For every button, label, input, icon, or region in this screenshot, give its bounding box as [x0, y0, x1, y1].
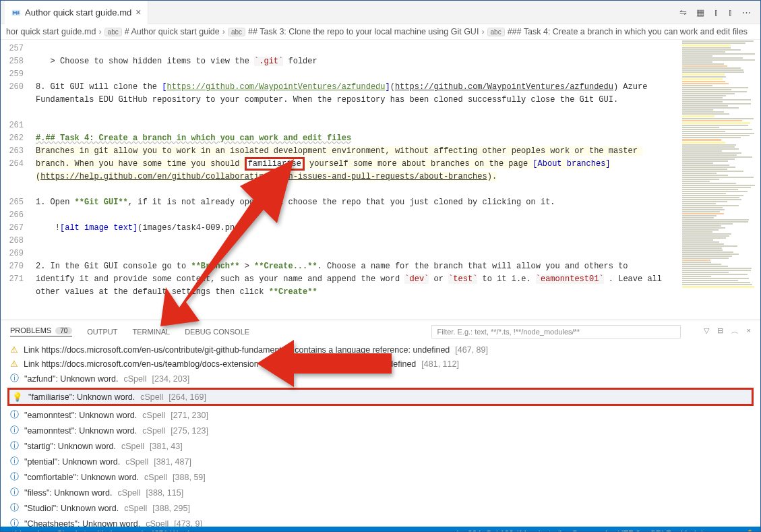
code-line[interactable]: 8. Git GUI will clone the [https://githu…	[36, 81, 666, 107]
problem-row[interactable]: ⓘ"Cheatsheets": Unknown word. cSpell [47…	[1, 516, 760, 527]
problem-message: "azfund": Unknown word.	[24, 374, 119, 384]
bulb-icon: 💡	[12, 392, 23, 402]
code-line[interactable]	[36, 119, 666, 132]
status-cursor[interactable]: Ln 264, Col 180 (11 selected)	[456, 529, 562, 532]
problem-row[interactable]: ⓘ"ptential": Unknown word. cSpell [381, …	[1, 454, 760, 469]
code-line[interactable]: Branches in git allow you to work in an …	[36, 145, 666, 183]
code-line[interactable]	[36, 183, 666, 196]
problem-source: cSpell	[125, 457, 148, 467]
line-numbers: 2572582592602612622632642652662672682692…	[1, 40, 36, 320]
code-line[interactable]: 2. In the Git GUI console go to **Branch…	[36, 260, 666, 299]
chevron-right-icon: ›	[98, 27, 101, 36]
code-line[interactable]	[36, 107, 666, 119]
problem-position: [381, 43]	[150, 442, 183, 451]
problem-row[interactable]: 💡"familiarise": Unknown word. cSpell [26…	[7, 388, 754, 406]
md-badge-icon: abc	[487, 28, 505, 36]
code-line[interactable]	[36, 68, 666, 81]
md-badge-icon: abc	[228, 28, 245, 36]
code-line[interactable]: #.## Task 4: Create a branch in which yo…	[36, 132, 666, 145]
problems-filter-input[interactable]: Filter. E.g.: text, **/*.ts, !**/node_mo…	[431, 325, 681, 338]
problem-row[interactable]: ⓘ"eamonntest": Unknown word. cSpell [271…	[1, 407, 760, 423]
collapse-icon[interactable]: ⊟	[717, 326, 723, 336]
problem-position: [388, 59]	[173, 473, 206, 482]
info-icon: ⓘ	[10, 425, 19, 436]
problem-message: "startig": Unknown word.	[24, 442, 116, 451]
info-icon: ⓘ	[10, 409, 19, 421]
code-content[interactable]: > Choose to show hidden items to view th…	[36, 40, 760, 320]
github-icon: ◉	[47, 529, 54, 532]
code-line[interactable]: 1. Open **Git GUI**, if it is not alread…	[36, 196, 666, 209]
info-icon: ⓘ	[10, 440, 19, 452]
code-line[interactable]	[36, 235, 666, 247]
status-encoding[interactable]: UTF-8	[617, 529, 640, 532]
filter-icon[interactable]: ▽	[704, 326, 709, 336]
tab-problems[interactable]: Problems 70	[10, 326, 72, 336]
status-language[interactable]: Markdown	[680, 529, 717, 532]
close-panel-icon[interactable]: ×	[747, 326, 751, 336]
chevron-up-icon[interactable]: ︿	[731, 326, 739, 336]
problems-list[interactable]: ⚠Link https://docs.microsoft.com/en-us/c…	[1, 343, 760, 527]
md-badge-icon: abc	[104, 28, 122, 36]
editor[interactable]: 2572582592602612622632642652662672682692…	[1, 40, 760, 320]
problem-position: [388, 115]	[146, 488, 184, 498]
code-line[interactable]	[36, 209, 666, 222]
problem-message: "familiarise": Unknown word.	[28, 392, 135, 402]
editor-actions: ⇋ ▦ ⫿ ⫿ ⋯	[679, 7, 760, 18]
status-word-count[interactable]: ✎ 4851 Words	[140, 529, 193, 532]
warn-icon: ⚠	[10, 359, 18, 369]
problem-message: Link https://docs.microsoft.com/en-us/co…	[24, 345, 450, 355]
chevron-right-icon: ›	[222, 27, 225, 36]
info-icon: ⓘ	[10, 518, 19, 527]
info-icon: ⓘ	[10, 502, 19, 514]
problem-row[interactable]: ⓘ"Studioi": Unknown word. cSpell [388, 2…	[1, 500, 760, 516]
markdown-icon	[11, 7, 21, 18]
minimap[interactable]	[679, 40, 760, 320]
bell-icon[interactable]: 🔔	[745, 529, 755, 532]
problem-position: [381, 487]	[154, 457, 191, 467]
problem-source: cSpell	[146, 519, 169, 527]
status-file[interactable]: guide.md	[6, 529, 39, 532]
problem-row[interactable]: ⚠Link https://docs.microsoft.com/en-us/c…	[1, 343, 760, 357]
tab-terminal[interactable]: Terminal	[133, 328, 171, 336]
pencil-icon: ✎	[140, 529, 147, 532]
code-line[interactable]	[36, 247, 666, 260]
code-line[interactable]	[36, 42, 666, 55]
breadcrumb[interactable]: hor quick start guide.md › abc # Author …	[1, 24, 760, 40]
tab-output[interactable]: Output	[87, 328, 117, 336]
code-line[interactable]: ![alt image text](images/task4-009.png)	[36, 222, 666, 235]
problem-row[interactable]: ⓘ"filess": Unknown word. cSpell [388, 11…	[1, 485, 760, 500]
warn-icon: ⚠	[10, 345, 18, 355]
status-spaces[interactable]: Spaces: 4	[572, 529, 608, 532]
breadcrumb-h2[interactable]: ## Task 3: Clone the repo to your local …	[248, 27, 479, 36]
editor-tab[interactable]: Author quick start guide.md ×	[5, 1, 148, 24]
info-icon: ⓘ	[10, 487, 19, 498]
problem-source: cSpell	[121, 442, 144, 451]
breadcrumb-h1[interactable]: # Author quick start guide	[125, 27, 220, 36]
problem-message: "Studioi": Unknown word.	[24, 504, 119, 513]
problem-row[interactable]: ⓘ"comfiortable": Unknown word. cSpell [3…	[1, 469, 760, 485]
problem-row[interactable]: ⚠Link https://docs.microsoft.com/en-us/t…	[1, 357, 760, 371]
panel-actions: ▽ ⊟ ︿ ×	[704, 326, 751, 336]
problem-row[interactable]: ⓘ"startig": Unknown word. cSpell [381, 4…	[1, 438, 760, 454]
split-icon-2[interactable]: ⫿	[728, 7, 733, 18]
problem-source: cSpell	[124, 504, 147, 513]
feedback-icon[interactable]: ☺	[727, 529, 735, 532]
problem-row[interactable]: ⓘ"azfund": Unknown word. cSpell [234, 20…	[1, 371, 760, 386]
problem-message: "Cheatsheets": Unknown word.	[24, 519, 140, 527]
breadcrumb-file[interactable]: hor quick start guide.md	[6, 27, 96, 36]
close-icon[interactable]: ×	[135, 7, 141, 18]
problem-row[interactable]: ⓘ"eamonntest": Unknown word. cSpell [275…	[1, 423, 760, 438]
code-line[interactable]: > Choose to show hidden items to view th…	[36, 55, 666, 68]
problem-source: cSpell	[117, 488, 140, 498]
status-eol[interactable]: CRLF	[650, 529, 671, 532]
problem-source: cSpell	[142, 426, 165, 436]
status-signin[interactable]: ◉ Sign in to github.com	[47, 529, 132, 532]
more-icon[interactable]: ⋯	[742, 7, 751, 18]
compare-icon[interactable]: ⇋	[679, 7, 687, 18]
split-icon[interactable]: ⫿	[714, 7, 719, 18]
tab-debug-console[interactable]: Debug Console	[185, 328, 249, 336]
breadcrumb-h3[interactable]: ### Task 4: Create a branch in which you…	[508, 27, 748, 36]
problem-position: [264, 169]	[169, 392, 206, 402]
preview-icon[interactable]: ▦	[696, 7, 704, 18]
tab-label: Author quick start guide.md	[25, 7, 131, 18]
